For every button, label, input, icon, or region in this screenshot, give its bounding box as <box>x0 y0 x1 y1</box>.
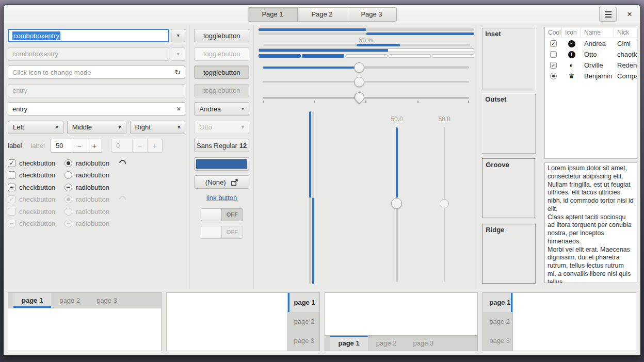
color-swatch <box>196 159 247 169</box>
textview[interactable]: Lorem ipsum dolor sit amet, consectetur … <box>544 162 637 283</box>
levelbar-discrete <box>259 54 474 58</box>
table-row[interactable]: ♛ Benjamin Compa… <box>545 71 637 81</box>
chevron-down-icon: ▾ <box>177 52 180 57</box>
table-row[interactable]: ! Otto chaotic <box>545 49 637 60</box>
row-checkbox-unchecked[interactable] <box>550 51 557 58</box>
hscale2-track[interactable] <box>263 81 469 83</box>
hscale-track[interactable] <box>263 67 469 69</box>
progress-percentage-label: 50 % <box>254 37 478 44</box>
hamburger-icon <box>605 11 611 12</box>
comboboxentry-disabled-input: comboboxentry <box>8 47 169 61</box>
combobox-middle[interactable]: Middle ▾ <box>67 121 126 134</box>
nb4-tab-page2[interactable]: page 2 <box>483 312 512 331</box>
spin-plus-button[interactable]: + <box>87 139 102 152</box>
right-column: Cool Icon Name Nick ✓ ✓ Andrea Cimi ! <box>541 25 640 289</box>
vscale-value-label: 50.0 <box>376 116 417 123</box>
nb2-tab-page1[interactable]: page 1 <box>288 293 319 312</box>
page-switcher: Page 1 Page 2 Page 3 <box>248 7 397 22</box>
spinbutton[interactable]: 50 − + <box>51 139 102 153</box>
row-checkbox-checked[interactable]: ✓ <box>550 62 557 69</box>
column-header-name[interactable]: Name <box>581 27 614 38</box>
switch-knob[interactable] <box>201 208 222 221</box>
row-checkbox-checked[interactable]: ✓ <box>550 40 557 47</box>
nb3-page-content <box>325 293 478 335</box>
comboboxentry-input[interactable]: comboboxentry <box>8 29 169 42</box>
radio-unselected[interactable] <box>65 171 72 179</box>
spinbutton-disabled-value: 0 <box>111 139 132 152</box>
label: label <box>8 142 22 150</box>
column-header-icon[interactable]: Icon <box>562 27 581 38</box>
vscale2-handle[interactable] <box>440 199 449 208</box>
link-button[interactable]: link button <box>194 194 249 202</box>
clear-icon[interactable]: × <box>176 105 181 113</box>
nb1-tab-page1[interactable]: page 1 <box>13 293 51 308</box>
close-button[interactable]: × <box>625 9 634 20</box>
nb3-tab-page1[interactable]: page 1 <box>330 336 368 351</box>
nb3-tab-page3[interactable]: page 3 <box>405 336 442 351</box>
table-row[interactable]: ✓ ◐ Orville Reden… <box>545 60 637 71</box>
frames-column: Inset Outset Groove Ridge <box>478 25 541 289</box>
checkbox-indeterminate-disabled <box>8 220 15 227</box>
radio-indeterminate[interactable] <box>65 184 72 191</box>
hamburger-menu-button[interactable] <box>599 7 617 22</box>
refresh-icon[interactable]: ↻ <box>175 68 181 76</box>
entry-disabled-input <box>12 87 181 94</box>
nb3-tab-page2[interactable]: page 2 <box>368 336 405 351</box>
treeview-header: Cool Icon Name Nick <box>545 27 637 38</box>
checkbox-indeterminate[interactable] <box>8 184 15 191</box>
scale-mark <box>314 101 315 103</box>
hscale-marks-track[interactable] <box>263 97 469 99</box>
nb4-tab-page1[interactable]: page 1 <box>483 293 512 312</box>
radio-selected[interactable] <box>65 159 72 167</box>
left-column: comboboxentry ▾ comboboxentry ▾ <box>4 25 190 289</box>
combobox-andrea[interactable]: Andrea ▾ <box>194 102 249 116</box>
spinbutton-value[interactable]: 50 <box>51 139 72 152</box>
app-chooser-button[interactable]: (None) <box>194 175 249 189</box>
chevron-down-icon: ▾ <box>177 33 180 38</box>
nb1-tab-page3[interactable]: page 3 <box>88 293 125 308</box>
combobox-otto-disabled: Otto ▾ <box>194 121 249 134</box>
notebooks-row: page 1 page 2 page 3 page 1 page 2 page … <box>4 289 640 355</box>
chevron-down-icon: ▾ <box>242 106 244 111</box>
progressbar-activity <box>264 44 470 46</box>
togglebutton-disabled: togglebutton <box>194 47 249 61</box>
combobox-left[interactable]: Left ▾ <box>8 121 63 134</box>
nb1-tab-page2[interactable]: page 2 <box>51 293 88 308</box>
nb2-tab-page3[interactable]: page 3 <box>288 331 319 350</box>
togglebutton-active[interactable]: togglebutton <box>194 65 249 79</box>
mode-entry[interactable]: ↻ <box>8 65 185 79</box>
center-column: 50 % <box>254 25 478 289</box>
entry-value: entry <box>12 105 176 113</box>
hscale2-handle[interactable] <box>354 77 364 87</box>
row-radio-selected[interactable] <box>550 73 557 79</box>
half-circle-emblem-icon: ◐ <box>570 62 574 69</box>
treeview[interactable]: Cool Icon Name Nick ✓ ✓ Andrea Cimi ! <box>544 27 637 159</box>
font-button[interactable]: Sans Regular12 <box>194 139 249 152</box>
spin-minus-button[interactable]: − <box>72 139 87 152</box>
comboboxentry-dropdown-button[interactable]: ▾ <box>171 29 185 42</box>
table-row[interactable]: ✓ ✓ Andrea Cimi <box>545 38 637 49</box>
notebook-tabs-bottom: page 1 page 2 page 3 <box>325 292 478 351</box>
scale-mark <box>365 101 366 103</box>
entry[interactable]: entry × <box>8 102 185 116</box>
tab-page-2[interactable]: Page 2 <box>297 7 347 22</box>
color-button[interactable] <box>194 157 249 171</box>
column-header-nick[interactable]: Nick <box>614 27 637 38</box>
switch-off[interactable]: OFF <box>201 208 243 221</box>
checkbox-checked[interactable]: ✓ <box>8 159 15 167</box>
column-header-cool[interactable]: Cool <box>545 27 562 38</box>
frame-inset: Inset <box>482 28 536 90</box>
tab-page-1[interactable]: Page 1 <box>248 7 298 22</box>
lorem-paragraph-2: Class aptent taciti sociosqu ad litora t… <box>548 213 634 246</box>
tab-page-3[interactable]: Page 3 <box>347 7 397 22</box>
combobox-right[interactable]: Right ▾ <box>130 121 186 134</box>
hscale-marks-handle[interactable] <box>352 90 366 104</box>
nb4-tab-page3[interactable]: page 3 <box>483 331 512 350</box>
vscale-handle[interactable] <box>391 198 402 209</box>
nb2-tab-page2[interactable]: page 2 <box>288 312 319 331</box>
mode-entry-input[interactable] <box>12 69 175 76</box>
hscale-handle[interactable] <box>354 62 364 73</box>
notebook-tabs-right: page 1 page 2 page 3 <box>166 292 320 351</box>
togglebutton[interactable]: togglebutton <box>194 29 249 42</box>
checkbox-unchecked[interactable] <box>8 171 15 179</box>
